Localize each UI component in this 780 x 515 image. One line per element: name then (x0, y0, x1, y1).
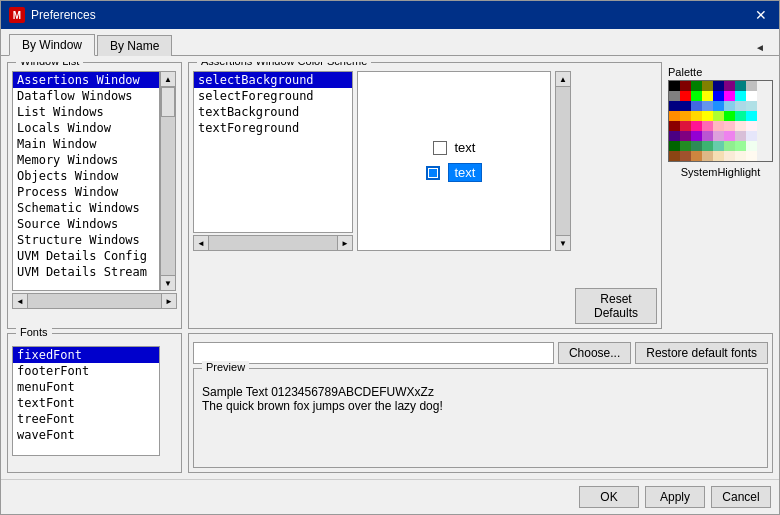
assertions-color-item[interactable]: selectForeground (194, 88, 352, 104)
palette-color-cell[interactable] (735, 151, 746, 161)
window-list-item[interactable]: Main Window (13, 136, 159, 152)
palette-color-cell[interactable] (691, 151, 702, 161)
window-list-item[interactable]: Structure Windows (13, 232, 159, 248)
palette-color-cell[interactable] (713, 111, 724, 121)
window-list-hscroll[interactable]: ◄ ► (12, 293, 177, 309)
palette-color-cell[interactable] (702, 111, 713, 121)
palette-color-cell[interactable] (735, 121, 746, 131)
palette-color-cell[interactable] (746, 151, 757, 161)
window-list-item[interactable]: Dataflow Windows (13, 88, 159, 104)
palette-color-cell[interactable] (746, 81, 757, 91)
choose-font-button[interactable]: Choose... (558, 342, 631, 364)
window-list-item[interactable]: Assertions Window (13, 72, 159, 88)
palette-color-cell[interactable] (724, 121, 735, 131)
tab-arrow[interactable]: ◄ (749, 40, 771, 55)
assertions-color-item[interactable]: textForeground (194, 120, 352, 136)
palette-color-cell[interactable] (669, 81, 680, 91)
palette-color-cell[interactable] (702, 151, 713, 161)
palette-color-cell[interactable] (691, 91, 702, 101)
font-list-item[interactable]: footerFont (13, 363, 159, 379)
palette-color-cell[interactable] (724, 91, 735, 101)
palette-color-cell[interactable] (735, 91, 746, 101)
palette-color-cell[interactable] (680, 141, 691, 151)
palette-color-cell[interactable] (680, 91, 691, 101)
window-list-item[interactable]: Memory Windows (13, 152, 159, 168)
font-list-item[interactable]: waveFont (13, 427, 159, 443)
palette-color-cell[interactable] (713, 131, 724, 141)
assertions-color-item[interactable]: selectBackground (194, 72, 352, 88)
palette-color-cell[interactable] (680, 111, 691, 121)
palette-color-cell[interactable] (724, 81, 735, 91)
palette-color-cell[interactable] (680, 101, 691, 111)
palette-color-cell[interactable] (669, 131, 680, 141)
palette-color-cell[interactable] (669, 111, 680, 121)
palette-color-cell[interactable] (724, 131, 735, 141)
palette-color-cell[interactable] (702, 141, 713, 151)
palette-color-cell[interactable] (735, 131, 746, 141)
font-list-item[interactable]: menuFont (13, 379, 159, 395)
palette-color-cell[interactable] (669, 91, 680, 101)
window-list-item[interactable]: List Windows (13, 104, 159, 120)
palette-color-cell[interactable] (702, 81, 713, 91)
hscroll-left-btn[interactable]: ◄ (12, 293, 28, 309)
palette-color-cell[interactable] (680, 81, 691, 91)
palette-color-cell[interactable] (713, 101, 724, 111)
font-list-item[interactable]: treeFont (13, 411, 159, 427)
palette-color-cell[interactable] (713, 141, 724, 151)
palette-color-cell[interactable] (746, 111, 757, 121)
palette-color-cell[interactable] (713, 81, 724, 91)
window-list-scrollbar[interactable]: ▲ ▼ (160, 71, 176, 291)
font-list-item[interactable]: fixedFont (13, 347, 159, 363)
palette-color-cell[interactable] (669, 141, 680, 151)
window-list-item[interactable]: UVM Details Config (13, 248, 159, 264)
palette-color-cell[interactable] (669, 121, 680, 131)
palette-color-cell[interactable] (691, 81, 702, 91)
palette-color-cell[interactable] (746, 101, 757, 111)
assertions-color-item[interactable]: textBackground (194, 104, 352, 120)
font-list-item[interactable]: textFont (13, 395, 159, 411)
palette-color-cell[interactable] (680, 131, 691, 141)
preview-scroll-up[interactable]: ▲ (555, 71, 571, 87)
palette-color-cell[interactable] (691, 131, 702, 141)
palette-grid[interactable] (668, 80, 773, 162)
window-list-item[interactable]: Schematic Windows (13, 200, 159, 216)
apply-button[interactable]: Apply (645, 486, 705, 508)
palette-color-cell[interactable] (669, 151, 680, 161)
palette-color-cell[interactable] (680, 121, 691, 131)
palette-color-cell[interactable] (702, 101, 713, 111)
window-list-item[interactable]: Locals Window (13, 120, 159, 136)
scroll-down-btn[interactable]: ▼ (160, 275, 176, 291)
palette-color-cell[interactable] (713, 91, 724, 101)
palette-color-cell[interactable] (702, 121, 713, 131)
palette-color-cell[interactable] (691, 101, 702, 111)
palette-color-cell[interactable] (713, 121, 724, 131)
assertions-color-list[interactable]: selectBackgroundselectForegroundtextBack… (193, 71, 353, 233)
color-hscroll-left[interactable]: ◄ (193, 235, 209, 251)
palette-color-cell[interactable] (669, 101, 680, 111)
palette-color-cell[interactable] (691, 141, 702, 151)
cancel-button[interactable]: Cancel (711, 486, 771, 508)
font-list[interactable]: fixedFontfooterFontmenuFonttextFonttreeF… (12, 346, 160, 456)
color-hscroll-right[interactable]: ► (337, 235, 353, 251)
tab-by-name[interactable]: By Name (97, 35, 172, 56)
preview-scroll-down[interactable]: ▼ (555, 235, 571, 251)
reset-defaults-button[interactable]: Reset Defaults (575, 288, 657, 324)
palette-color-cell[interactable] (702, 91, 713, 101)
palette-color-cell[interactable] (735, 101, 746, 111)
ok-button[interactable]: OK (579, 486, 639, 508)
palette-color-cell[interactable] (746, 121, 757, 131)
restore-fonts-button[interactable]: Restore default fonts (635, 342, 768, 364)
palette-color-cell[interactable] (746, 141, 757, 151)
palette-color-cell[interactable] (691, 111, 702, 121)
window-list-item[interactable]: Process Window (13, 184, 159, 200)
palette-color-cell[interactable] (724, 111, 735, 121)
palette-color-cell[interactable] (691, 121, 702, 131)
palette-color-cell[interactable] (724, 151, 735, 161)
palette-color-cell[interactable] (713, 151, 724, 161)
tab-by-window[interactable]: By Window (9, 34, 95, 56)
window-list-item[interactable]: UVM Details Stream (13, 264, 159, 280)
palette-color-cell[interactable] (746, 131, 757, 141)
window-list[interactable]: Assertions WindowDataflow WindowsList Wi… (12, 71, 160, 291)
palette-color-cell[interactable] (746, 91, 757, 101)
window-list-item[interactable]: Objects Window (13, 168, 159, 184)
